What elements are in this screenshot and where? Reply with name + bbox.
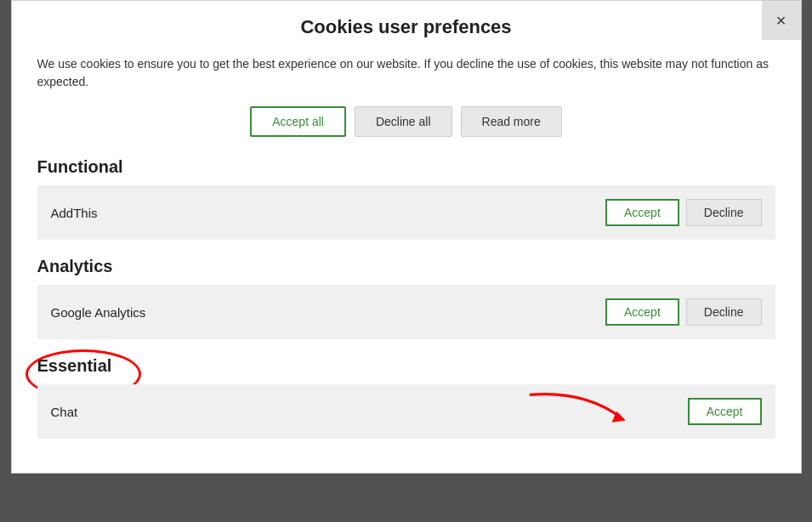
modal-body: We use cookies to ensure you to get the … (12, 47, 801, 473)
action-buttons: Accept all Decline all Read more (37, 106, 775, 137)
addthis-row: AddThis Accept Decline (37, 185, 775, 240)
chat-accept-button[interactable]: Accept (688, 398, 762, 425)
addthis-name: AddThis (51, 206, 98, 220)
modal-header: Cookies user prefences × (12, 1, 801, 47)
google-analytics-buttons: Accept Decline (605, 298, 762, 326)
addthis-buttons: Accept Decline (605, 199, 762, 226)
analytics-section: Analytics Google Analytics Accept Declin… (37, 257, 775, 339)
cookie-preferences-modal: Cookies user prefences × We use cookies … (11, 0, 802, 474)
close-button[interactable]: × (762, 1, 801, 40)
arrow-annotation (520, 385, 639, 432)
essential-section: Essential Chat Accept (37, 356, 775, 439)
decline-all-button[interactable]: Decline all (355, 106, 452, 137)
chat-buttons: Accept (688, 398, 762, 425)
google-analytics-accept-button[interactable]: Accept (605, 298, 679, 326)
addthis-decline-button[interactable]: Decline (686, 199, 762, 226)
functional-section: Functional AddThis Accept Decline (37, 157, 775, 240)
google-analytics-decline-button[interactable]: Decline (686, 298, 762, 326)
chat-name: Chat (51, 405, 78, 419)
functional-section-title: Functional (37, 157, 775, 177)
modal-title: Cookies user prefences (300, 16, 511, 38)
accept-all-button[interactable]: Accept all (250, 106, 346, 137)
essential-section-title: Essential (37, 356, 775, 376)
modal-overlay: Cookies user prefences × We use cookies … (0, 0, 812, 522)
google-analytics-name: Google Analytics (51, 305, 146, 320)
google-analytics-row: Google Analytics Accept Decline (37, 285, 775, 339)
chat-row: Chat Accept (37, 384, 775, 439)
svg-marker-0 (611, 411, 625, 423)
read-more-button[interactable]: Read more (461, 106, 562, 137)
essential-annotation: Essential (37, 356, 112, 376)
addthis-accept-button[interactable]: Accept (605, 199, 679, 226)
description-text: We use cookies to ensure you to get the … (37, 55, 775, 91)
analytics-section-title: Analytics (37, 257, 775, 276)
